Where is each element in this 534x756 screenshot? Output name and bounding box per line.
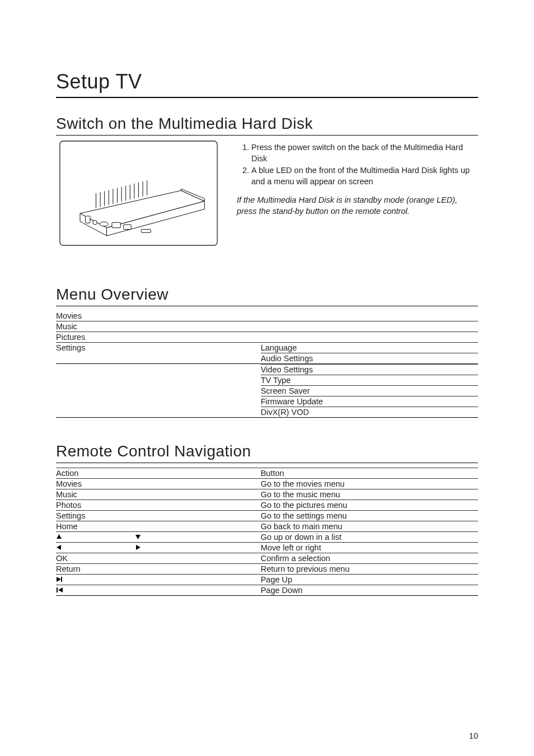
menu-overview-table: Movies Music Pictures SettingsLanguage A… <box>56 311 478 418</box>
submenu-firmware-update: Firmware Update <box>261 396 478 407</box>
svg-marker-31 <box>58 587 63 592</box>
action-settings: Settings <box>56 511 261 521</box>
section-remote-nav-heading: Remote Control Navigation <box>56 442 478 463</box>
standby-note: If the Multimedia Hard Disk is in standb… <box>237 195 478 217</box>
submenu-divx-vod: DivX(R) VOD <box>261 407 478 417</box>
menu-item-settings: Settings <box>56 343 261 353</box>
action-ok: OK <box>56 553 261 563</box>
submenu-screen-saver: Screen Saver <box>261 385 478 396</box>
svg-marker-24 <box>57 534 62 539</box>
step-1: Press the power switch on the back of th… <box>251 142 478 164</box>
arrow-right-icon <box>135 543 141 552</box>
menu-item-movies: Movies <box>56 311 261 321</box>
svg-point-20 <box>100 222 108 226</box>
svg-rect-23 <box>141 230 151 233</box>
svg-marker-27 <box>136 545 140 550</box>
svg-point-19 <box>93 220 97 225</box>
desc-return: Return to previous menu <box>261 564 478 574</box>
menu-item-music: Music <box>56 321 261 332</box>
arrow-up-icon <box>56 533 62 542</box>
action-return: Return <box>56 564 261 574</box>
action-movies: Movies <box>56 479 261 489</box>
desc-settings: Go to the settings menu <box>261 511 478 521</box>
desc-movies: Go to the movies menu <box>261 479 478 489</box>
desc-home: Go back to main menu <box>261 521 478 531</box>
svg-rect-21 <box>112 222 120 228</box>
col-header-button: Button <box>261 468 478 478</box>
action-music: Music <box>56 489 261 500</box>
prev-track-icon <box>56 586 63 595</box>
page-number: 10 <box>469 731 478 740</box>
svg-marker-28 <box>57 577 61 582</box>
next-track-icon <box>56 575 63 584</box>
desc-up-down: Go up or down in a list <box>261 532 478 542</box>
submenu-audio-settings: Audio Settings <box>261 353 478 364</box>
submenu-video-settings: Video Settings <box>261 364 478 375</box>
remote-nav-table: Action Button MoviesGo to the movies men… <box>56 468 478 596</box>
arrow-left-icon <box>56 543 62 552</box>
section-menu-overview-heading: Menu Overview <box>56 286 478 306</box>
device-illustration <box>56 140 221 246</box>
submenu-tv-type: TV Type <box>261 375 478 385</box>
action-photos: Photos <box>56 500 261 510</box>
arrow-down-icon <box>135 533 141 542</box>
svg-marker-25 <box>135 535 140 539</box>
svg-rect-29 <box>61 577 62 582</box>
desc-page-down: Page Down <box>261 585 478 595</box>
step-2: A blue LED on the front of the Multimedi… <box>251 165 478 187</box>
instructions-block: Press the power switch on the back of th… <box>237 140 478 246</box>
section-switch-on-heading: Switch on the Multimedia Hard Disk <box>56 115 478 136</box>
desc-left-right: Move left or right <box>261 543 478 553</box>
desc-music: Go to the music menu <box>261 489 478 500</box>
action-home: Home <box>56 521 261 531</box>
svg-rect-30 <box>57 587 58 592</box>
submenu-language: Language <box>261 343 478 353</box>
svg-marker-26 <box>57 545 61 550</box>
svg-rect-22 <box>124 225 131 230</box>
desc-photos: Go to the pictures menu <box>261 500 478 510</box>
svg-rect-18 <box>86 216 91 223</box>
desc-ok: Confirm a selection <box>261 553 478 563</box>
page-title: Setup TV <box>56 70 478 98</box>
col-header-action: Action <box>56 468 261 478</box>
desc-page-up: Page Up <box>261 575 478 585</box>
menu-item-pictures: Pictures <box>56 332 261 342</box>
